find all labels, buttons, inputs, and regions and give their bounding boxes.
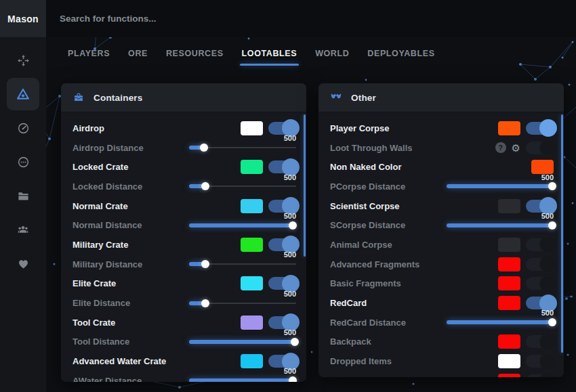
animal-corpse-row: Animal Corpse (318, 235, 564, 255)
move-icon (17, 54, 30, 67)
normal-distance-row: Normal Distance (61, 215, 306, 235)
elite-distance-slider[interactable] (189, 299, 296, 307)
toggle-knob (539, 372, 557, 377)
slider-knob[interactable] (201, 299, 209, 307)
tool-distance-slider[interactable] (189, 337, 296, 346)
row-label: Loot Through Walls (330, 143, 413, 153)
backpack-color-swatch[interactable] (498, 334, 520, 349)
normal-distance-slider[interactable] (189, 221, 296, 230)
row-label: Basic Fragments (330, 278, 401, 288)
panel-scrollbar[interactable] (561, 114, 563, 353)
sidebar-item-chat-dots[interactable] (7, 146, 39, 178)
advanced-water-crate-color-swatch[interactable] (241, 354, 263, 368)
dropped-items-color-swatch[interactable] (498, 354, 520, 368)
search-input[interactable] (58, 13, 285, 24)
containers-panel-header: Containers (61, 83, 306, 112)
locked-distance-row: Locked Distance (61, 177, 306, 196)
locked-distance-slider[interactable] (189, 182, 296, 191)
loot-through-walls-toggle[interactable] (526, 141, 554, 154)
scientist-corpse-row: Scientist Corpse500 (318, 196, 564, 216)
scientist-corpse-color-swatch[interactable] (498, 199, 520, 213)
row-label: Backpack (330, 336, 371, 347)
normal-crate-color-swatch[interactable] (241, 199, 263, 213)
pcorpse-distance-row: PCorpse Distance (318, 177, 564, 196)
row-toggle[interactable] (526, 374, 554, 377)
normal-crate-toggle[interactable] (268, 200, 296, 213)
non-naked-color-color-swatch[interactable] (531, 160, 554, 174)
help-icon[interactable]: ? (495, 142, 506, 153)
sidebar-item-users[interactable] (7, 213, 39, 246)
row-label: Military Crate (73, 240, 128, 250)
animal-corpse-toggle[interactable] (526, 238, 554, 251)
airdrop-toggle[interactable] (268, 122, 296, 135)
airdrop-distance-slider[interactable] (189, 144, 296, 152)
gear-icon[interactable]: ⚙ (512, 143, 520, 153)
backpack-toggle[interactable] (526, 335, 554, 348)
locked-crate-toggle[interactable] (268, 160, 296, 173)
slider-knob[interactable] (548, 182, 556, 190)
slider-fill (447, 320, 552, 324)
player-corpse-toggle[interactable] (526, 122, 554, 135)
advanced-water-crate-toggle[interactable] (268, 355, 296, 368)
redcard-distance-slider[interactable] (447, 318, 554, 327)
tab-lootables[interactable]: LOOTABLES (242, 49, 297, 58)
locked-crate-color-swatch[interactable] (241, 160, 263, 174)
slider-knob[interactable] (548, 318, 556, 326)
slider-knob[interactable] (291, 338, 299, 346)
sidebar-item-gauge[interactable] (7, 112, 39, 144)
slider-knob[interactable] (201, 182, 209, 190)
row-label: Tool Distance (73, 336, 129, 347)
scientist-corpse-toggle[interactable] (526, 200, 554, 213)
military-distance-row: Military Distance (61, 255, 306, 274)
tool-crate-color-swatch[interactable] (241, 315, 263, 330)
sidebar-item-heart[interactable] (7, 247, 39, 280)
row-label: Military Distance (73, 259, 142, 269)
slider-knob[interactable] (200, 144, 208, 152)
row-label: SCorpse Distance (330, 220, 405, 230)
basic-fragments-toggle[interactable] (526, 277, 554, 290)
tab-deployables[interactable]: DEPLOYABLES (367, 49, 434, 58)
tab-ore[interactable]: ORE (128, 49, 148, 58)
tab-players[interactable]: PLAYERS (68, 49, 110, 58)
player-corpse-color-swatch[interactable] (498, 121, 520, 135)
scorpse-distance-slider[interactable] (447, 221, 554, 230)
sidebar-item-folder[interactable] (7, 179, 39, 212)
advanced-fragments-color-swatch[interactable] (498, 257, 520, 271)
slider-knob[interactable] (201, 260, 209, 268)
military-distance-slider[interactable] (189, 260, 296, 269)
military-crate-toggle[interactable] (268, 238, 296, 251)
row-label: Tool Crate (73, 318, 115, 328)
panel-scrollbar[interactable] (304, 114, 306, 257)
redcard-row: RedCard500 (318, 293, 564, 313)
slider-value: 500 (284, 212, 296, 220)
row-label: Non Naked Color (330, 162, 401, 172)
users-icon (16, 223, 30, 236)
row-label: Advanced Water Crate (73, 356, 166, 366)
basic-fragments-color-swatch[interactable] (498, 276, 520, 290)
military-crate-color-swatch[interactable] (241, 238, 263, 252)
elite-crate-toggle[interactable] (268, 277, 296, 290)
gauge-icon (17, 122, 30, 135)
redcard-toggle[interactable] (526, 297, 554, 309)
tool-crate-toggle[interactable] (268, 316, 296, 329)
row-label: Normal Crate (73, 201, 128, 211)
row-label: Dropped Items (330, 356, 392, 366)
airdrop-color-swatch[interactable] (241, 121, 263, 135)
slider-knob[interactable] (289, 221, 297, 230)
dropped-items-toggle[interactable] (526, 355, 554, 368)
row-color-swatch[interactable] (498, 374, 520, 377)
toggle-knob (539, 119, 557, 137)
sidebar-item-move[interactable] (7, 44, 39, 77)
tab-resources[interactable]: RESOURCES (166, 49, 224, 58)
slider-knob[interactable] (289, 376, 297, 382)
slider-knob[interactable] (548, 221, 556, 230)
row-label: Advanced Fragments (330, 259, 419, 269)
advanced-fragments-toggle[interactable] (526, 258, 554, 271)
elite-crate-color-swatch[interactable] (241, 276, 263, 290)
pcorpse-distance-slider[interactable] (447, 182, 554, 191)
sidebar-item-visuals[interactable] (7, 78, 39, 110)
awater-distance-slider[interactable] (189, 376, 296, 382)
tab-world[interactable]: WORLD (315, 49, 349, 58)
redcard-color-swatch[interactable] (498, 296, 520, 310)
animal-corpse-color-swatch[interactable] (498, 238, 520, 252)
